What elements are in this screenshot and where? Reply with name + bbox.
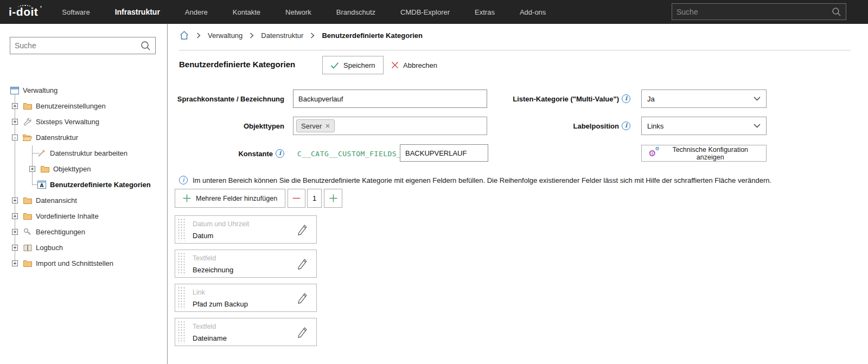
tree-item-objekttypen[interactable]: + Objekttypen	[0, 161, 167, 177]
labelposition-select[interactable]: Links	[641, 117, 767, 135]
tree-expander-icon[interactable]: +	[12, 229, 18, 235]
menu-item-network[interactable]: Network	[285, 8, 311, 16]
tree-expander-icon[interactable]: +	[12, 245, 18, 251]
menu-item-infrastruktur[interactable]: Infrastruktur	[115, 8, 160, 16]
top-menu: Software Infrastruktur Andere Kontakte N…	[62, 8, 546, 16]
edit-pencil-icon[interactable]	[297, 326, 309, 339]
info-icon: i	[179, 176, 188, 184]
tech-config-button[interactable]: ⚙ ⚙ Technische Konfiguration anzeigen	[641, 145, 767, 162]
logo-registered-dot	[40, 6, 42, 8]
field-card-dateiname: Textfeld Dateiname	[175, 318, 317, 346]
tree-item-import-und-schnittstellen[interactable]: + Import und Schnittstellen	[0, 256, 167, 271]
tree-item-label: Sixsteps Verwaltung	[36, 118, 99, 126]
breadcrumb-item-verwaltung[interactable]: Verwaltung	[208, 31, 242, 40]
tree-item-label: Datenstruktur bearbeiten	[50, 149, 127, 157]
selected-value: Links	[647, 122, 754, 130]
tag-label: Server	[301, 122, 322, 130]
field-name-label: Datum	[193, 232, 213, 240]
tree-item-benutzereinstellungen[interactable]: + Benutzereinstellungen	[0, 98, 167, 114]
plus-icon	[329, 194, 337, 202]
drag-handle[interactable]	[177, 286, 186, 309]
menu-item-cmdb-explorer[interactable]: CMDB-Explorer	[400, 8, 450, 16]
menu-item-add-ons[interactable]: Add-ons	[520, 8, 546, 16]
objekttypen-label: Objekttypen	[168, 117, 284, 135]
tree-item-datenansicht[interactable]: + Datenansicht	[0, 193, 167, 208]
tree-item-label: Logbuch	[36, 244, 63, 252]
menu-item-brandschutz[interactable]: Brandschutz	[336, 8, 375, 16]
konstante-label: Konstante i	[168, 144, 284, 163]
breadcrumb-item-datenstruktur[interactable]: Datenstruktur	[261, 31, 303, 40]
menu-item-kontakte[interactable]: Kontakte	[233, 8, 260, 16]
chevron-down-icon	[754, 124, 761, 128]
tree-item-datenstruktur-bearbeiten[interactable]: Datenstruktur bearbeiten	[0, 145, 167, 161]
chevron-down-icon	[754, 97, 761, 101]
field-type-label: Textfeld	[193, 323, 216, 330]
edit-pencil-icon[interactable]	[297, 223, 309, 237]
field-card-bezeichnung: Textfeld Bezeichnung	[175, 250, 317, 278]
tech-config-label: Technische Konfiguration anzeigen	[662, 146, 758, 161]
tree-item-logbuch[interactable]: + Logbuch	[0, 240, 167, 256]
menu-item-andere[interactable]: Andere	[185, 8, 208, 16]
edit-pencil-icon[interactable]	[297, 258, 309, 271]
breadcrumb: Verwaltung Datenstruktur Benutzerdefinie…	[179, 30, 423, 40]
home-icon[interactable]	[179, 30, 189, 40]
folder-open-icon	[23, 133, 32, 142]
idoit-logo[interactable]: i-doit	[9, 5, 38, 18]
sprachkonstante-input[interactable]	[293, 90, 487, 108]
info-icon[interactable]: i	[276, 149, 284, 158]
konstante-input[interactable]	[400, 144, 488, 162]
info-icon[interactable]: i	[622, 122, 630, 130]
tree-item-verwaltung[interactable]: Verwaltung	[0, 82, 167, 98]
tree-item-benutzerdefinierte-kategorien[interactable]: A Benutzerdefinierte Kategorien	[0, 177, 167, 193]
admin-tree: Verwaltung + Benutzereinstellungen + Six…	[0, 82, 167, 271]
global-search-box	[672, 3, 846, 20]
plus-icon	[183, 194, 191, 202]
field-type-label: Datum und Uhrzeit	[193, 220, 249, 228]
info-icon[interactable]: i	[622, 94, 630, 103]
edit-pencil-icon[interactable]	[297, 292, 309, 305]
tree-expander-icon[interactable]: +	[12, 213, 18, 219]
add-multiple-fields-label: Mehrere Felder hinzufügen	[196, 195, 277, 202]
tree-item-datenstruktur[interactable]: - Datenstruktur	[0, 130, 167, 145]
menu-item-extras[interactable]: Extras	[475, 8, 495, 16]
tree-expander-icon[interactable]: +	[12, 260, 18, 266]
increase-count-button[interactable]	[324, 189, 342, 208]
book-icon	[23, 244, 32, 252]
cancel-button[interactable]: Abbrechen	[384, 56, 445, 74]
add-multiple-fields-button[interactable]: Mehrere Felder hinzufügen	[175, 189, 285, 208]
menu-item-software[interactable]: Software	[62, 8, 90, 16]
tree-expander-icon[interactable]: +	[29, 166, 35, 172]
chevron-right-icon	[310, 33, 315, 39]
field-type-label: Link	[193, 289, 205, 296]
tree-expander-icon[interactable]: +	[12, 119, 18, 125]
label-text: Objekttypen	[244, 122, 284, 130]
konstante-prefix: C__CATG__CUSTOM_FIELDS_	[297, 144, 401, 163]
breadcrumb-item-benutzerdefinierte-kategorien: Benutzerdefinierte Kategorien	[322, 31, 423, 40]
tree-item-label: Vordefinierte Inhalte	[36, 212, 99, 220]
chevron-right-icon	[196, 33, 201, 39]
decrease-count-button[interactable]	[288, 189, 305, 208]
tree-item-vordefinierte-inhalte[interactable]: + Vordefinierte Inhalte	[0, 208, 167, 224]
drag-handle[interactable]	[177, 321, 186, 343]
label-text: Labelposition	[573, 122, 620, 130]
labelposition-label: Labelposition i	[493, 117, 630, 135]
objekttypen-input[interactable]: Server	[293, 117, 487, 135]
tree-item-label: Datenansicht	[36, 196, 77, 205]
tree-collapse-icon[interactable]: -	[12, 135, 18, 141]
search-icon[interactable]	[832, 7, 841, 17]
tree-item-label: Objekttypen	[53, 165, 91, 173]
drag-handle[interactable]	[177, 252, 186, 275]
field-count-input[interactable]	[307, 189, 322, 208]
tree-item-berechtigungen[interactable]: + Berechtigungen	[0, 224, 167, 240]
listen-kategorie-select[interactable]: Ja	[641, 90, 767, 108]
save-button[interactable]: Speichern	[322, 56, 384, 74]
remove-tag-icon[interactable]	[326, 124, 330, 128]
tree-item-sixsteps-verwaltung[interactable]: + Sixsteps Verwaltung	[0, 114, 167, 130]
global-search-input[interactable]	[676, 8, 832, 16]
tree-expander-icon[interactable]: +	[12, 197, 18, 203]
tree-expander-icon[interactable]: +	[12, 103, 18, 109]
header-divider	[179, 50, 851, 50]
search-icon[interactable]	[141, 41, 151, 51]
drag-handle[interactable]	[177, 218, 186, 241]
sidebar-search-input[interactable]	[15, 41, 141, 50]
